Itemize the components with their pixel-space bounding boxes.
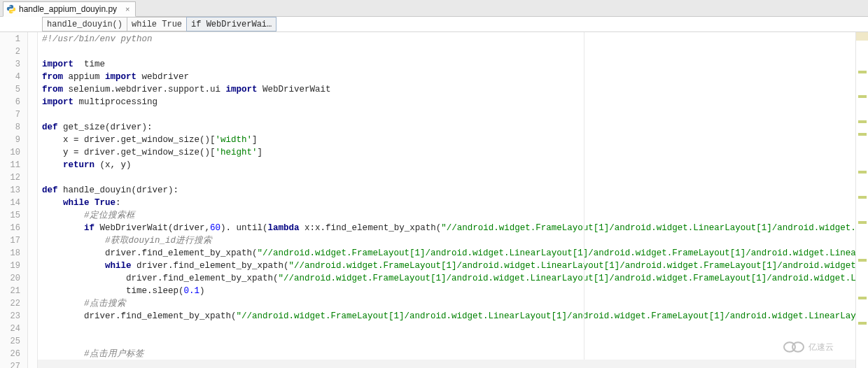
line-number: 18 (0, 247, 27, 260)
horizontal-scrollbar[interactable] (38, 360, 855, 368)
code-line[interactable]: while driver.find_element_by_xpath("//an… (42, 260, 855, 272)
line-number: 21 (0, 285, 27, 297)
code-line[interactable]: import time (42, 58, 855, 71)
code-line[interactable]: def handle_douyin(driver): (42, 184, 855, 197)
breadcrumb-item-2[interactable]: if WebDriverWai… (186, 17, 276, 31)
file-tab-label: handle_appium_douyin.py (19, 4, 117, 14)
code-line[interactable] (42, 171, 855, 184)
line-number: 25 (0, 335, 27, 348)
svg-text:亿速云: 亿速云 (808, 342, 834, 352)
code-area[interactable]: #!/usr/bin/env python import timefrom ap… (38, 32, 855, 368)
minimap-scrollbar[interactable] (855, 32, 868, 368)
code-line[interactable]: x = driver.get_window_size()['width'] (42, 134, 855, 146)
breadcrumb-item-0[interactable]: handle_douyin() (42, 17, 127, 31)
line-number: 10 (0, 146, 27, 159)
editor-tab-bar: handle_appium_douyin.py × (0, 0, 868, 17)
code-editor: 1234567891011121314151617181920212223242… (0, 32, 868, 368)
code-line[interactable]: #定位搜索框 (42, 209, 855, 222)
code-line[interactable]: driver.find_element_by_xpath("//android.… (42, 247, 855, 260)
code-line[interactable]: time.sleep(0.1) (42, 285, 855, 297)
code-line[interactable]: y = driver.get_window_size()['height'] (42, 146, 855, 159)
line-number-gutter: 1234567891011121314151617181920212223242… (0, 32, 28, 368)
line-number: 20 (0, 272, 27, 285)
code-line[interactable] (42, 108, 855, 121)
line-number: 14 (0, 197, 27, 209)
line-number: 1 (0, 33, 27, 45)
line-number: 24 (0, 323, 27, 335)
line-number: 19 (0, 260, 27, 272)
line-number: 4 (0, 71, 27, 83)
breadcrumb-bar: handle_douyin() while True if WebDriverW… (0, 17, 868, 32)
line-number: 23 (0, 310, 27, 323)
code-line[interactable]: #点击用户标签 (42, 348, 855, 360)
code-line[interactable]: #获取douyin_id进行搜索 (42, 234, 855, 247)
line-number: 11 (0, 159, 27, 171)
code-line[interactable] (42, 45, 855, 58)
code-line[interactable]: #点击搜索 (42, 297, 855, 310)
line-number: 2 (0, 45, 27, 58)
breadcrumb-item-1[interactable]: while True (127, 17, 187, 31)
line-number: 15 (0, 209, 27, 222)
code-line[interactable]: from selenium.webdriver.support.ui impor… (42, 83, 855, 96)
line-number: 16 (0, 222, 27, 234)
code-line[interactable]: driver.find_element_by_xpath("//android.… (42, 310, 855, 323)
code-line[interactable] (42, 335, 855, 348)
line-number: 9 (0, 134, 27, 146)
right-margin-guide (584, 32, 584, 368)
line-number: 22 (0, 297, 27, 310)
line-number: 6 (0, 96, 27, 108)
line-number: 13 (0, 184, 27, 197)
close-icon[interactable]: × (124, 6, 131, 13)
code-line[interactable]: driver.find_element_by_xpath("//android.… (42, 272, 855, 285)
fold-column[interactable] (28, 32, 38, 368)
watermark-logo: 亿速云 (781, 333, 837, 361)
code-line[interactable]: import multiprocessing (42, 96, 855, 108)
code-line[interactable]: return (x, y) (42, 159, 855, 171)
code-line[interactable]: if WebDriverWait(driver,60). until(lambd… (42, 222, 855, 234)
line-number: 5 (0, 83, 27, 96)
code-line[interactable] (42, 323, 855, 335)
line-number: 17 (0, 234, 27, 247)
line-number: 3 (0, 58, 27, 71)
line-number: 8 (0, 121, 27, 134)
python-file-icon (6, 4, 16, 14)
line-number: 12 (0, 171, 27, 184)
line-number: 7 (0, 108, 27, 121)
line-number: 26 (0, 348, 27, 360)
code-line[interactable]: while True: (42, 197, 855, 209)
code-line[interactable]: def get_size(driver): (42, 121, 855, 134)
svg-point-1 (792, 342, 804, 351)
file-tab[interactable]: handle_appium_douyin.py × (3, 1, 136, 17)
line-number: 27 (0, 360, 27, 368)
code-line[interactable]: from appium import webdriver (42, 71, 855, 83)
code-line[interactable]: #!/usr/bin/env python (42, 33, 855, 45)
